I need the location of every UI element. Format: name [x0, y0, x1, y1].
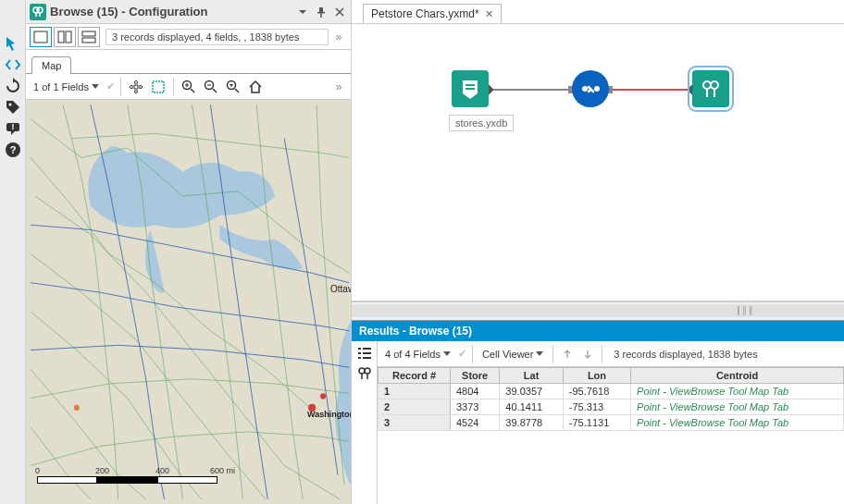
svg-point-28 [703, 81, 711, 89]
results-records-info: 3 records displayed, 1838 bytes [608, 349, 763, 360]
svg-rect-32 [358, 352, 361, 354]
records-fields-info: 3 records displayed, 4 fields, , 1838 by… [106, 29, 329, 45]
svg-rect-34 [358, 357, 361, 359]
chevron-down-icon [443, 351, 451, 356]
svg-point-26 [582, 86, 588, 92]
more-icon[interactable]: » [330, 31, 347, 43]
svg-rect-33 [363, 352, 371, 354]
column-header[interactable]: Store [450, 368, 499, 384]
cell-lat: 39.8778 [500, 415, 563, 431]
home-icon[interactable] [246, 78, 265, 96]
close-icon[interactable] [332, 5, 347, 19]
layout-toolbar: 3 records displayed, 4 fields, , 1838 by… [26, 24, 351, 50]
column-header[interactable]: Record # [379, 368, 451, 384]
svg-rect-24 [465, 84, 475, 86]
cell-lon: -75.1131 [563, 415, 630, 431]
cell-viewer-label: Cell Viewer [482, 349, 533, 360]
results-table: Record #StoreLatLonCentroid 1480439.0357… [378, 367, 844, 431]
chevron-down-icon [536, 351, 543, 356]
table-row[interactable]: 3452439.8778-75.1131Point - ViewBrowse T… [379, 415, 844, 431]
svg-rect-30 [358, 348, 361, 350]
column-header[interactable]: Lon [563, 368, 630, 384]
zoom-in-icon[interactable] [180, 78, 198, 96]
svg-text:?: ? [9, 144, 16, 155]
row-number: 3 [379, 415, 451, 431]
row-number: 1 [379, 384, 451, 400]
tab-map[interactable]: Map [31, 56, 71, 74]
cell-centroid[interactable]: Point - ViewBrowse Tool Map Tab [631, 400, 844, 415]
zoom-fit-icon[interactable] [224, 78, 242, 96]
cell-centroid[interactable]: Point - ViewBrowse Tool Map Tab [631, 415, 844, 431]
results-title: Results - Browse (15) [352, 321, 844, 341]
table-row[interactable]: 1480439.0357-95.7618Point - ViewBrowse T… [379, 384, 844, 400]
pin-icon[interactable] [314, 5, 329, 19]
column-header[interactable]: Centroid [631, 368, 844, 384]
cell-lat: 39.0357 [500, 384, 563, 400]
code-icon[interactable] [4, 55, 22, 74]
results-fields-label: 4 of 4 Fields [385, 349, 441, 360]
map-view[interactable]: Ottawa Washington 0 200 400600 mi [26, 100, 351, 504]
close-icon[interactable]: ✕ [485, 8, 493, 20]
workflow-tab-label: Petstore Chars.yxmd* [371, 7, 479, 20]
svg-rect-25 [465, 88, 475, 90]
workflow-canvas[interactable]: stores.yxdb [352, 24, 844, 301]
browse-view-icon[interactable] [356, 365, 373, 382]
column-header[interactable]: Lat [500, 368, 563, 384]
fields-dropdown[interactable]: 1 of 1 Fields [30, 80, 103, 94]
cell-lon: -75.313 [563, 400, 630, 415]
layout-split-horiz-button[interactable] [78, 27, 100, 47]
row-number: 2 [379, 400, 451, 415]
zoom-out-icon[interactable] [202, 78, 220, 96]
svg-rect-31 [363, 348, 371, 350]
svg-rect-12 [82, 31, 95, 36]
svg-point-36 [359, 368, 365, 374]
browse-tool-icon [30, 4, 46, 20]
svg-rect-13 [82, 38, 95, 43]
help-icon[interactable]: ? [4, 141, 22, 159]
refresh-icon[interactable] [4, 77, 22, 95]
results-fields-dropdown[interactable]: 4 of 4 Fields [381, 347, 454, 362]
svg-point-20 [320, 393, 326, 399]
workflow-tab[interactable]: Petstore Chars.yxmd* ✕ [363, 4, 502, 23]
svg-rect-18 [26, 100, 351, 504]
cell-centroid[interactable]: Point - ViewBrowse Tool Map Tab [631, 384, 844, 400]
map-toolbar: 1 of 1 Fields ✔ » [26, 74, 351, 100]
layout-single-button[interactable] [30, 27, 52, 47]
cell-store: 3373 [450, 400, 499, 415]
config-titlebar: Browse (15) - Configuration [26, 0, 351, 24]
sort-desc-icon[interactable] [579, 346, 596, 363]
cell-lon: -95.7618 [563, 384, 630, 400]
pan-icon[interactable] [127, 78, 145, 96]
svg-rect-8 [317, 12, 325, 14]
browse-tool-selected[interactable] [692, 70, 729, 107]
svg-text:Ottawa: Ottawa [330, 284, 351, 294]
svg-rect-14 [153, 81, 164, 92]
tag-icon[interactable] [4, 98, 22, 117]
svg-text:!: ! [11, 122, 14, 131]
list-view-icon[interactable] [356, 345, 373, 362]
check-icon: ✔ [106, 80, 115, 92]
map-scale-bar: 0 200 400600 mi [37, 476, 217, 495]
cell-store: 4524 [450, 415, 499, 431]
more-icon[interactable]: » [330, 80, 347, 93]
nav-arrow-icon[interactable] [4, 34, 22, 53]
canvas-scrollbar[interactable]: ║║║ [352, 301, 844, 320]
svg-point-27 [594, 86, 600, 92]
cell-store: 4804 [450, 384, 499, 400]
select-rect-icon[interactable] [149, 78, 168, 96]
select-tool[interactable] [572, 70, 609, 107]
dropdown-arrow-icon[interactable] [295, 5, 310, 19]
svg-rect-35 [363, 357, 371, 359]
svg-rect-9 [34, 31, 47, 43]
check-icon: ✔ [458, 348, 466, 360]
svg-point-21 [74, 405, 80, 411]
svg-text:Washington: Washington [307, 410, 351, 419]
table-row[interactable]: 2337340.1411-75.313Point - ViewBrowse To… [379, 400, 844, 415]
sort-asc-icon[interactable] [559, 346, 576, 363]
svg-point-29 [711, 81, 718, 89]
comment-icon[interactable]: ! [4, 119, 22, 138]
input-data-tool[interactable] [452, 70, 489, 107]
layout-split-vert-button[interactable] [54, 27, 76, 47]
chevron-down-icon [92, 84, 99, 89]
cell-viewer-dropdown[interactable]: Cell Viewer [478, 347, 547, 362]
